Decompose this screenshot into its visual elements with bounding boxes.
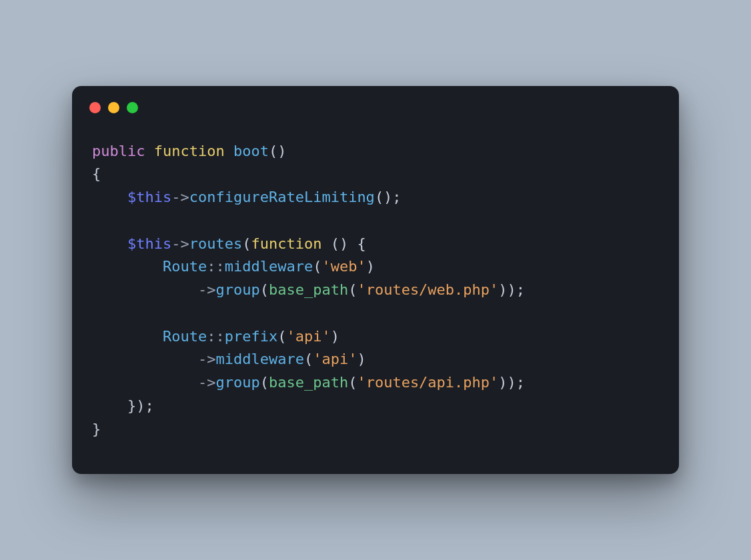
code-token: -> [198,281,216,298]
code-token: ( [348,281,357,298]
code-token: :: [207,328,225,345]
code-token [92,281,198,298]
code-token: :: [207,258,225,275]
code-token: public [92,143,154,159]
code-token: )); [498,374,525,391]
code-token: base_path [269,374,348,391]
code-token: ) [366,258,375,275]
code-token: -> [198,374,216,391]
code-block[interactable]: public function boot() { $this->configur… [72,119,679,475]
code-token: (); [375,189,402,205]
window-titlebar [72,86,679,119]
code-token: 'web' [321,258,365,275]
code-token: $this [127,235,171,252]
code-token [92,374,198,391]
code-token: ( [348,374,357,391]
code-card: public function boot() { $this->configur… [72,86,679,475]
code-token [92,258,163,275]
code-token: ( [277,328,286,345]
code-token: 'routes/api.php' [357,374,498,391]
code-token: ) [357,351,365,367]
code-token: base_path [269,281,348,298]
code-token: ( [313,258,321,275]
code-token: Route [163,328,207,345]
code-token: )); [498,281,525,298]
code-token: function [154,143,233,159]
code-token: ) [331,328,339,345]
code-token: ( [260,374,269,391]
code-token: group [215,374,259,391]
code-token: $this [127,189,171,205]
code-token: configureRateLimiting [189,189,375,205]
code-token: { [92,165,101,182]
code-token: } [92,421,101,437]
code-token: 'api' [313,351,357,367]
code-token: -> [171,189,189,205]
code-token: ( [260,281,269,298]
code-token [92,189,127,205]
code-token: () { [331,235,366,252]
code-token: 'routes/web.php' [357,281,498,298]
code-token: }); [92,397,154,414]
code-token [92,328,163,345]
code-token: 'api' [286,328,330,345]
code-token: ( [304,351,313,367]
code-token: -> [171,235,189,252]
code-token: group [215,281,259,298]
code-token: middleware [225,258,313,275]
close-icon[interactable] [89,102,101,113]
code-token: () [269,143,287,159]
code-token: ( [242,235,251,252]
code-token [92,351,198,367]
code-token: prefix [225,328,277,345]
code-token: routes [189,235,242,252]
code-token: Route [163,258,207,275]
minimize-icon[interactable] [108,102,119,113]
code-token [92,235,127,252]
code-token: middleware [215,351,303,367]
code-token: -> [198,351,216,367]
zoom-icon[interactable] [127,102,138,113]
code-token: boot [233,143,269,159]
code-token: function [251,235,330,252]
